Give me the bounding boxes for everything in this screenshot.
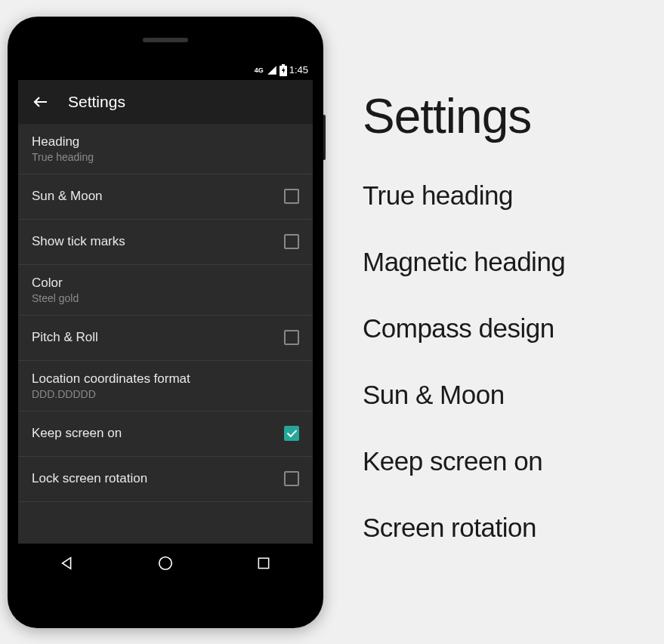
setting-title: Location coordinates format [32, 371, 299, 387]
setting-text: Location coordinates formatDDD.DDDDD [32, 371, 299, 400]
setting-text: HeadingTrue heading [32, 134, 299, 163]
checkbox[interactable] [284, 189, 299, 204]
signal-icon [267, 65, 277, 75]
feature-list-item: True heading [363, 180, 656, 211]
setting-subtitle: DDD.DDDDD [32, 388, 299, 400]
setting-item[interactable]: Lock screen rotation [18, 457, 313, 502]
square-recent-icon [256, 556, 271, 571]
setting-item[interactable]: Sun & Moon [18, 174, 313, 220]
checkbox[interactable] [284, 426, 299, 441]
feature-list-item: Magnetic heading [363, 247, 656, 277]
feature-list-item: Keep screen on [363, 446, 656, 476]
checkbox[interactable] [284, 234, 299, 249]
phone-screen: 4G 1:45 Settings HeadingTrue headingSun … [18, 60, 313, 583]
arrow-left-icon [32, 93, 50, 111]
setting-item[interactable]: Pitch & Roll [18, 316, 313, 361]
setting-text: Keep screen on [32, 426, 284, 441]
setting-title: Show tick marks [32, 234, 284, 249]
status-time: 1:45 [289, 64, 308, 75]
phone-speaker [143, 38, 188, 42]
setting-item[interactable]: HeadingTrue heading [18, 124, 313, 174]
setting-text: ColorSteel gold [32, 276, 299, 304]
network-indicator: 4G [255, 66, 264, 74]
setting-title: Heading [32, 134, 299, 149]
setting-item[interactable]: Show tick marks [18, 220, 313, 265]
settings-list[interactable]: HeadingTrue headingSun & MoonShow tick m… [18, 124, 313, 544]
feature-list-title: Settings [363, 88, 656, 144]
setting-item[interactable]: Keep screen on [18, 411, 313, 457]
setting-text: Sun & Moon [32, 189, 284, 204]
page-title: Settings [68, 93, 125, 111]
feature-list-panel: Settings True headingMagnetic headingCom… [323, 66, 656, 579]
setting-title: Keep screen on [32, 426, 284, 441]
phone-power-button [323, 115, 326, 160]
setting-text: Pitch & Roll [32, 330, 284, 345]
status-bar: 4G 1:45 [18, 60, 313, 80]
battery-charging-icon [279, 64, 287, 76]
android-nav-bar [18, 544, 313, 583]
setting-title: Sun & Moon [32, 189, 284, 204]
triangle-back-icon [59, 555, 76, 572]
svg-point-0 [159, 556, 172, 569]
nav-recent-button[interactable] [233, 548, 294, 578]
nav-home-button[interactable] [135, 548, 196, 578]
setting-title: Pitch & Roll [32, 330, 284, 345]
setting-text: Lock screen rotation [32, 471, 284, 486]
checkbox[interactable] [284, 471, 299, 486]
setting-item[interactable]: ColorSteel gold [18, 265, 313, 316]
feature-list: True headingMagnetic headingCompass desi… [363, 180, 656, 543]
feature-list-item: Screen rotation [363, 513, 656, 543]
setting-text: Show tick marks [32, 234, 284, 249]
nav-back-button[interactable] [37, 548, 97, 578]
svg-rect-1 [258, 558, 268, 568]
setting-subtitle: True heading [32, 151, 299, 163]
feature-list-item: Sun & Moon [363, 380, 656, 410]
feature-list-item: Compass design [363, 313, 656, 344]
setting-item[interactable]: Location coordinates formatDDD.DDDDD [18, 361, 313, 411]
setting-title: Color [32, 276, 299, 291]
checkbox[interactable] [284, 330, 299, 345]
phone-device-frame: 4G 1:45 Settings HeadingTrue headingSun … [8, 17, 323, 628]
circle-home-icon [157, 555, 174, 572]
app-bar: Settings [18, 80, 313, 124]
setting-subtitle: Steel gold [32, 292, 299, 304]
back-button[interactable] [24, 85, 57, 119]
setting-title: Lock screen rotation [32, 471, 284, 486]
